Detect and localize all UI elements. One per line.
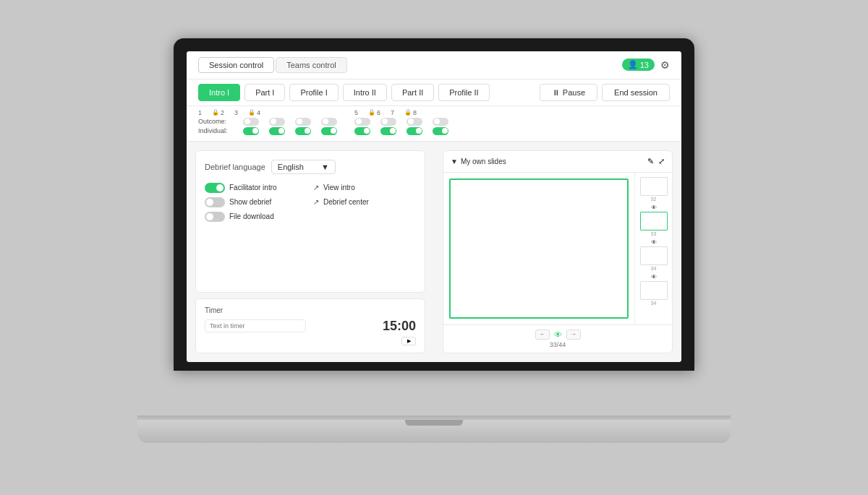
slide-preview-main <box>449 178 629 319</box>
laptop-base <box>137 420 731 443</box>
g2-outcome-t2[interactable] <box>380 118 396 126</box>
g1-ind-t3[interactable] <box>295 127 311 135</box>
file-download-option: File download <box>205 212 307 222</box>
pause-label: Pause <box>563 88 585 97</box>
language-select[interactable]: English ▼ <box>271 160 336 174</box>
user-count: 13 <box>640 61 649 69</box>
debrief-lang-row: Debrief language English ▼ <box>205 160 416 174</box>
facilitator-intro-option: Facilitator intro <box>205 183 307 193</box>
show-slide-icon[interactable]: 👁 <box>554 330 562 339</box>
p1: 1 <box>198 109 202 116</box>
user-icon: 👤 <box>628 60 638 69</box>
g1-ind-t4[interactable] <box>321 127 337 135</box>
thumb-img-34b[interactable] <box>640 281 668 300</box>
p4: 🔒4 <box>248 109 260 116</box>
g1-outcome-t1[interactable] <box>243 118 259 126</box>
g2-outcome-t4[interactable] <box>433 118 448 126</box>
g2-ind-t1[interactable] <box>354 127 370 135</box>
tab-row: Session control Teams control <box>198 57 347 73</box>
group-1: 1 🔒2 3 🔒4 Outcome: <box>198 109 337 135</box>
group2-numbers: 5 🔒6 7 🔒8 <box>354 109 448 116</box>
slide-thumb-32: 32 <box>638 177 669 202</box>
thumb-img-32[interactable] <box>640 177 668 196</box>
group2-outcome <box>354 118 448 126</box>
external-link-icon: ↗ <box>313 184 319 191</box>
prev-slide-button[interactable]: ← <box>535 330 550 340</box>
stage-profile-i[interactable]: Profile I <box>289 84 338 101</box>
tab-session-control[interactable]: Session control <box>198 57 274 73</box>
thumb-img-33[interactable] <box>640 212 668 231</box>
group1-individual: Individual: <box>198 127 337 135</box>
stage-part-ii[interactable]: Part II <box>391 84 434 101</box>
eye-icon-34a: 👁 <box>651 239 657 246</box>
p3: 3 <box>234 109 238 116</box>
g2-outcome-t3[interactable] <box>407 118 422 126</box>
pause-icon: ⏸ <box>552 88 560 97</box>
thumb-num-32: 32 <box>651 197 657 202</box>
slides-actions: ✎ ⤢ <box>647 157 665 166</box>
slide-thumbnail-list: 32 👁 33 👁 <box>634 173 672 324</box>
left-panel: Debrief language English ▼ Facilitator i… <box>187 142 434 362</box>
timer-header: Timer <box>205 306 416 314</box>
g1-ind-t2[interactable] <box>269 127 285 135</box>
group1-outcome: Outcome: <box>198 118 337 126</box>
stage-intro-i[interactable]: Intro I <box>198 84 240 101</box>
timer-row: 15:00 <box>205 319 416 334</box>
g1-outcome-t3[interactable] <box>295 118 311 126</box>
file-download-label: File download <box>229 212 274 220</box>
debrief-center-icon: ↗ <box>313 198 319 206</box>
slides-header: ▼ My own slides ✎ ⤢ <box>443 151 672 173</box>
stage-intro-ii[interactable]: Intro II <box>343 84 387 101</box>
show-debrief-toggle[interactable] <box>205 197 225 207</box>
debrief-center-option: ↗ Debrief center <box>313 197 416 207</box>
slide-thumb-34a: 👁 34 <box>638 239 669 271</box>
view-intro-link[interactable]: View intro <box>323 184 355 191</box>
timer-text-input[interactable] <box>205 319 306 332</box>
main-slide-area <box>443 173 634 324</box>
g1-outcome-t4[interactable] <box>321 118 337 126</box>
p8: 🔒8 <box>404 109 417 116</box>
p5: 5 <box>354 109 358 116</box>
expand-icon[interactable]: ⤢ <box>658 157 665 166</box>
g2-ind-t2[interactable] <box>380 127 396 135</box>
tab-teams-control[interactable]: Teams control <box>276 57 346 73</box>
slides-title-row: ▼ My own slides <box>451 158 506 165</box>
g2-ind-t4[interactable] <box>433 127 448 135</box>
view-intro-option: ↗ View intro <box>313 183 416 193</box>
thumb-num-34a: 34 <box>651 266 657 271</box>
slides-title: My own slides <box>461 158 506 165</box>
g2-outcome-t1[interactable] <box>354 118 370 126</box>
timer-display: 15:00 <box>383 319 416 334</box>
g1-outcome-t2[interactable] <box>269 118 285 126</box>
next-slide-button[interactable]: → <box>566 330 581 340</box>
group-2: 5 🔒6 7 🔒8 <box>354 109 448 135</box>
slide-thumb-33: 👁 33 <box>638 205 669 236</box>
gear-icon[interactable]: ⚙ <box>660 59 670 71</box>
file-download-toggle[interactable] <box>205 212 225 222</box>
lang-value: English <box>278 163 304 171</box>
stage-part-i[interactable]: Part I <box>244 84 285 101</box>
outcome-label: Outcome: <box>198 118 233 125</box>
chevron-right-icon: ▼ <box>451 158 458 165</box>
p7: 7 <box>391 109 394 116</box>
edit-icon[interactable]: ✎ <box>647 157 654 166</box>
end-session-button[interactable]: End session <box>602 84 670 101</box>
group1-individual-toggles <box>243 127 337 135</box>
stage-profile-ii[interactable]: Profile II <box>438 84 489 101</box>
debrief-center-link[interactable]: Debrief center <box>323 198 369 206</box>
g1-ind-t1[interactable] <box>243 127 259 135</box>
facilitator-intro-toggle[interactable] <box>205 183 225 193</box>
group2-individual-toggles <box>354 127 448 135</box>
p6: 🔒6 <box>368 109 380 116</box>
timer-play-button[interactable]: ▶ <box>401 337 416 345</box>
slides-section: ▼ My own slides ✎ ⤢ <box>443 150 673 353</box>
thumb-img-34a[interactable] <box>640 246 668 265</box>
eye-icon-34b: 👁 <box>651 274 657 280</box>
pause-button[interactable]: ⏸ Pause <box>540 84 597 101</box>
main-content: Debrief language English ▼ Facilitator i… <box>187 142 681 362</box>
g2-ind-t3[interactable] <box>407 127 422 135</box>
slide-thumb-34b: 👁 34 <box>638 274 669 306</box>
timer-section: Timer 15:00 ▶ <box>195 298 425 353</box>
participants-row: 1 🔒2 3 🔒4 Outcome: <box>187 106 681 142</box>
debrief-section: Debrief language English ▼ Facilitator i… <box>195 150 425 293</box>
